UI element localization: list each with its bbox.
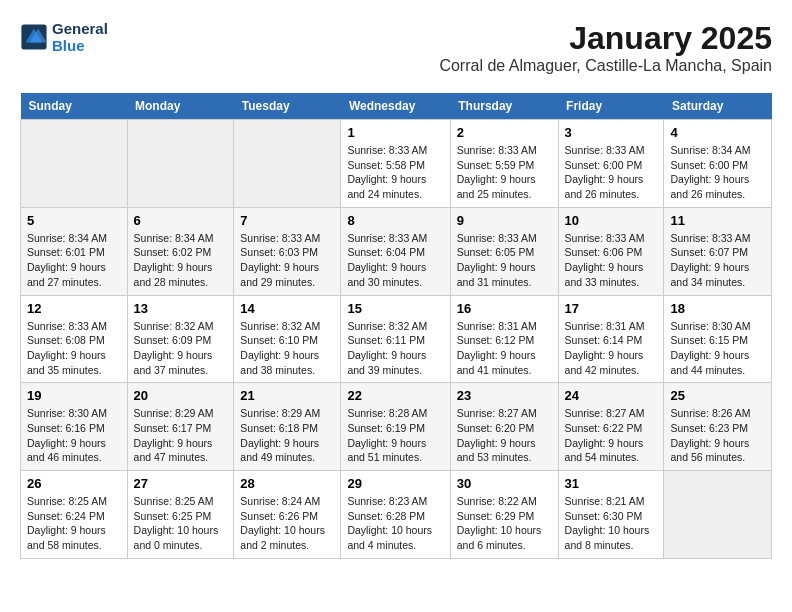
day-number: 11 xyxy=(670,213,765,228)
day-number: 21 xyxy=(240,388,334,403)
day-number: 19 xyxy=(27,388,121,403)
day-number: 27 xyxy=(134,476,228,491)
day-info: Sunrise: 8:29 AMSunset: 6:17 PMDaylight:… xyxy=(134,406,228,465)
day-info: Sunrise: 8:33 AMSunset: 6:07 PMDaylight:… xyxy=(670,231,765,290)
day-number: 28 xyxy=(240,476,334,491)
day-number: 9 xyxy=(457,213,552,228)
day-number: 18 xyxy=(670,301,765,316)
day-number: 8 xyxy=(347,213,443,228)
day-number: 13 xyxy=(134,301,228,316)
calendar-cell: 8Sunrise: 8:33 AMSunset: 6:04 PMDaylight… xyxy=(341,207,450,295)
calendar-cell: 7Sunrise: 8:33 AMSunset: 6:03 PMDaylight… xyxy=(234,207,341,295)
day-info: Sunrise: 8:26 AMSunset: 6:23 PMDaylight:… xyxy=(670,406,765,465)
day-number: 24 xyxy=(565,388,658,403)
calendar-cell: 13Sunrise: 8:32 AMSunset: 6:09 PMDayligh… xyxy=(127,295,234,383)
day-info: Sunrise: 8:27 AMSunset: 6:22 PMDaylight:… xyxy=(565,406,658,465)
logo-text: General Blue xyxy=(52,20,108,54)
day-info: Sunrise: 8:21 AMSunset: 6:30 PMDaylight:… xyxy=(565,494,658,553)
day-info: Sunrise: 8:33 AMSunset: 5:58 PMDaylight:… xyxy=(347,143,443,202)
calendar-cell: 11Sunrise: 8:33 AMSunset: 6:07 PMDayligh… xyxy=(664,207,772,295)
calendar-cell: 15Sunrise: 8:32 AMSunset: 6:11 PMDayligh… xyxy=(341,295,450,383)
day-info: Sunrise: 8:33 AMSunset: 6:06 PMDaylight:… xyxy=(565,231,658,290)
column-header-thursday: Thursday xyxy=(450,93,558,120)
day-number: 2 xyxy=(457,125,552,140)
day-number: 23 xyxy=(457,388,552,403)
calendar-cell: 16Sunrise: 8:31 AMSunset: 6:12 PMDayligh… xyxy=(450,295,558,383)
day-info: Sunrise: 8:34 AMSunset: 6:00 PMDaylight:… xyxy=(670,143,765,202)
column-header-saturday: Saturday xyxy=(664,93,772,120)
day-info: Sunrise: 8:34 AMSunset: 6:01 PMDaylight:… xyxy=(27,231,121,290)
calendar-cell: 24Sunrise: 8:27 AMSunset: 6:22 PMDayligh… xyxy=(558,383,664,471)
calendar-cell: 25Sunrise: 8:26 AMSunset: 6:23 PMDayligh… xyxy=(664,383,772,471)
day-number: 26 xyxy=(27,476,121,491)
calendar-cell: 26Sunrise: 8:25 AMSunset: 6:24 PMDayligh… xyxy=(21,471,128,559)
calendar-cell: 5Sunrise: 8:34 AMSunset: 6:01 PMDaylight… xyxy=(21,207,128,295)
column-header-friday: Friday xyxy=(558,93,664,120)
column-header-sunday: Sunday xyxy=(21,93,128,120)
day-info: Sunrise: 8:33 AMSunset: 6:00 PMDaylight:… xyxy=(565,143,658,202)
calendar-cell: 20Sunrise: 8:29 AMSunset: 6:17 PMDayligh… xyxy=(127,383,234,471)
day-number: 16 xyxy=(457,301,552,316)
calendar-cell: 2Sunrise: 8:33 AMSunset: 5:59 PMDaylight… xyxy=(450,120,558,208)
day-number: 17 xyxy=(565,301,658,316)
calendar-cell: 12Sunrise: 8:33 AMSunset: 6:08 PMDayligh… xyxy=(21,295,128,383)
calendar-cell: 29Sunrise: 8:23 AMSunset: 6:28 PMDayligh… xyxy=(341,471,450,559)
logo-icon xyxy=(20,23,48,51)
calendar-cell: 27Sunrise: 8:25 AMSunset: 6:25 PMDayligh… xyxy=(127,471,234,559)
day-number: 6 xyxy=(134,213,228,228)
calendar-cell: 6Sunrise: 8:34 AMSunset: 6:02 PMDaylight… xyxy=(127,207,234,295)
day-info: Sunrise: 8:25 AMSunset: 6:25 PMDaylight:… xyxy=(134,494,228,553)
day-number: 10 xyxy=(565,213,658,228)
day-info: Sunrise: 8:22 AMSunset: 6:29 PMDaylight:… xyxy=(457,494,552,553)
day-number: 5 xyxy=(27,213,121,228)
day-info: Sunrise: 8:23 AMSunset: 6:28 PMDaylight:… xyxy=(347,494,443,553)
calendar-cell: 4Sunrise: 8:34 AMSunset: 6:00 PMDaylight… xyxy=(664,120,772,208)
day-number: 29 xyxy=(347,476,443,491)
page-title: January 2025 xyxy=(439,20,772,57)
calendar-cell: 1Sunrise: 8:33 AMSunset: 5:58 PMDaylight… xyxy=(341,120,450,208)
calendar-cell: 17Sunrise: 8:31 AMSunset: 6:14 PMDayligh… xyxy=(558,295,664,383)
day-info: Sunrise: 8:32 AMSunset: 6:10 PMDaylight:… xyxy=(240,319,334,378)
column-header-monday: Monday xyxy=(127,93,234,120)
day-number: 20 xyxy=(134,388,228,403)
day-info: Sunrise: 8:30 AMSunset: 6:16 PMDaylight:… xyxy=(27,406,121,465)
day-info: Sunrise: 8:30 AMSunset: 6:15 PMDaylight:… xyxy=(670,319,765,378)
day-number: 7 xyxy=(240,213,334,228)
day-number: 22 xyxy=(347,388,443,403)
day-info: Sunrise: 8:31 AMSunset: 6:14 PMDaylight:… xyxy=(565,319,658,378)
day-info: Sunrise: 8:29 AMSunset: 6:18 PMDaylight:… xyxy=(240,406,334,465)
day-info: Sunrise: 8:33 AMSunset: 6:08 PMDaylight:… xyxy=(27,319,121,378)
day-number: 3 xyxy=(565,125,658,140)
calendar-cell: 19Sunrise: 8:30 AMSunset: 6:16 PMDayligh… xyxy=(21,383,128,471)
calendar-cell: 3Sunrise: 8:33 AMSunset: 6:00 PMDaylight… xyxy=(558,120,664,208)
calendar-cell: 22Sunrise: 8:28 AMSunset: 6:19 PMDayligh… xyxy=(341,383,450,471)
calendar-table: SundayMondayTuesdayWednesdayThursdayFrid… xyxy=(20,93,772,559)
calendar-cell: 18Sunrise: 8:30 AMSunset: 6:15 PMDayligh… xyxy=(664,295,772,383)
day-number: 14 xyxy=(240,301,334,316)
calendar-cell xyxy=(21,120,128,208)
calendar-cell xyxy=(127,120,234,208)
calendar-cell: 23Sunrise: 8:27 AMSunset: 6:20 PMDayligh… xyxy=(450,383,558,471)
calendar-cell: 9Sunrise: 8:33 AMSunset: 6:05 PMDaylight… xyxy=(450,207,558,295)
day-number: 30 xyxy=(457,476,552,491)
day-info: Sunrise: 8:27 AMSunset: 6:20 PMDaylight:… xyxy=(457,406,552,465)
page-subtitle: Corral de Almaguer, Castille-La Mancha, … xyxy=(439,57,772,75)
day-number: 1 xyxy=(347,125,443,140)
day-number: 31 xyxy=(565,476,658,491)
calendar-cell xyxy=(234,120,341,208)
day-number: 25 xyxy=(670,388,765,403)
day-info: Sunrise: 8:33 AMSunset: 6:04 PMDaylight:… xyxy=(347,231,443,290)
day-number: 15 xyxy=(347,301,443,316)
column-header-tuesday: Tuesday xyxy=(234,93,341,120)
day-info: Sunrise: 8:25 AMSunset: 6:24 PMDaylight:… xyxy=(27,494,121,553)
day-number: 12 xyxy=(27,301,121,316)
day-number: 4 xyxy=(670,125,765,140)
column-header-wednesday: Wednesday xyxy=(341,93,450,120)
calendar-cell: 14Sunrise: 8:32 AMSunset: 6:10 PMDayligh… xyxy=(234,295,341,383)
day-info: Sunrise: 8:34 AMSunset: 6:02 PMDaylight:… xyxy=(134,231,228,290)
calendar-cell: 28Sunrise: 8:24 AMSunset: 6:26 PMDayligh… xyxy=(234,471,341,559)
day-info: Sunrise: 8:32 AMSunset: 6:11 PMDaylight:… xyxy=(347,319,443,378)
day-info: Sunrise: 8:33 AMSunset: 6:03 PMDaylight:… xyxy=(240,231,334,290)
logo: General Blue xyxy=(20,20,108,54)
calendar-cell: 10Sunrise: 8:33 AMSunset: 6:06 PMDayligh… xyxy=(558,207,664,295)
